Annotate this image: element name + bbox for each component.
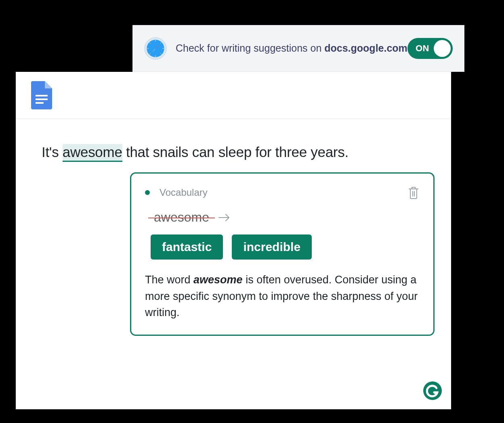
grammarly-badge-icon[interactable] [423,381,442,400]
card-category: Vocabulary [160,187,407,198]
arrow-right-icon [218,213,231,222]
svg-rect-19 [36,98,48,100]
safari-icon [144,37,167,60]
document-toolbar [16,72,451,119]
document-window: It's awesome that snails can sleep for t… [16,72,451,409]
text-after: that snails can sleep for three years. [122,144,349,160]
highlighted-word[interactable]: awesome [63,144,122,162]
card-explanation: The word awesome is often overused. Cons… [145,272,420,321]
toggle-label: ON [416,43,429,54]
banner-text-prefix: Check for writing suggestions on [176,42,324,54]
svg-rect-18 [36,95,48,96]
banner-text: Check for writing suggestions on docs.go… [176,42,407,55]
replace-row: awesome [151,210,420,225]
suggestion-card: Vocabulary awesome [130,172,435,336]
explanation-bold: awesome [193,274,243,286]
google-docs-icon [31,81,52,109]
document-text[interactable]: It's awesome that snails can sleep for t… [42,144,425,160]
card-header: Vocabulary [145,186,420,199]
banner-domain: docs.google.com [324,42,407,54]
text-before: It's [42,144,63,160]
explanation-before: The word [145,274,193,286]
suggestion-button-2[interactable]: incredible [232,235,312,260]
svg-rect-20 [36,102,44,104]
extension-banner: Check for writing suggestions on docs.go… [132,25,464,72]
document-body: It's awesome that snails can sleep for t… [16,119,451,409]
dismiss-icon[interactable] [407,186,420,199]
suggestions-row: fantastic incredible [151,235,420,260]
toggle-knob [434,40,451,57]
strike-word: awesome [151,210,212,225]
suggestion-button-1[interactable]: fantastic [151,235,223,260]
suggestions-toggle[interactable]: ON [407,38,453,59]
category-dot-icon [145,190,150,195]
